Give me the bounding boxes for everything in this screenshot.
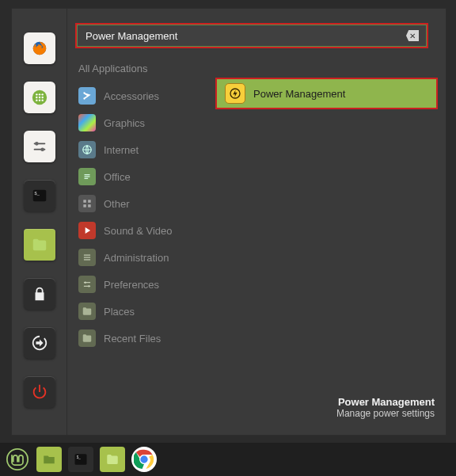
category-places[interactable]: Places — [75, 298, 206, 325]
category-preferences[interactable]: Preferences — [75, 271, 206, 298]
power-icon — [31, 383, 48, 401]
svg-rect-23 — [83, 204, 86, 208]
category-label: Places — [104, 306, 135, 318]
results-column: Power Management — [215, 58, 438, 427]
mint-logo-icon — [6, 448, 28, 470]
favorite-logout[interactable] — [24, 327, 55, 359]
apps-grid-icon — [31, 89, 48, 106]
logout-icon — [31, 334, 48, 352]
status-subtitle: Manage power settings — [336, 408, 435, 419]
category-sound-video[interactable]: Sound & Video — [75, 217, 206, 244]
svg-point-6 — [38, 97, 40, 98]
svg-rect-19 — [85, 176, 90, 177]
favorite-files[interactable] — [24, 229, 55, 261]
svg-rect-25 — [84, 255, 90, 256]
taskbar-terminal[interactable]: $_ — [68, 447, 93, 472]
category-label: Sound & Video — [104, 225, 173, 237]
category-label: Recent Files — [104, 333, 161, 345]
category-label: Internet — [104, 144, 139, 156]
category-administration[interactable]: Administration — [75, 244, 206, 271]
folder-icon — [31, 236, 48, 253]
desktop-icon — [42, 452, 56, 466]
taskbar-chrome[interactable] — [131, 447, 157, 472]
svg-rect-22 — [88, 200, 91, 203]
svg-rect-20 — [85, 178, 89, 179]
category-label: Accessories — [104, 90, 159, 102]
category-label: Administration — [104, 252, 169, 264]
results-spacer — [215, 58, 438, 75]
firefox-icon — [31, 40, 48, 57]
svg-point-4 — [41, 93, 43, 95]
terminal-icon: $_ — [74, 452, 88, 466]
preferences-icon — [78, 276, 96, 293]
favorite-software-manager[interactable] — [24, 82, 55, 113]
categories-header[interactable]: All Applications — [75, 58, 206, 82]
favorite-terminal[interactable]: $_ — [24, 180, 55, 211]
svg-rect-18 — [85, 174, 90, 175]
svg-point-9 — [38, 99, 40, 101]
grid-icon — [78, 195, 96, 212]
category-graphics[interactable]: Graphics — [75, 109, 206, 136]
globe-icon — [78, 141, 96, 158]
folder-small-icon — [78, 329, 96, 347]
taskbar-show-desktop[interactable] — [36, 447, 62, 472]
taskbar: $_ — [0, 443, 456, 476]
svg-point-31 — [88, 285, 89, 287]
taskbar-files[interactable] — [100, 447, 125, 472]
clear-search-icon[interactable]: ✕ — [406, 30, 419, 41]
svg-text:$_: $_ — [34, 191, 40, 196]
result-power-management[interactable]: Power Management — [217, 79, 436, 108]
category-internet[interactable]: Internet — [75, 136, 206, 163]
play-icon — [78, 222, 96, 239]
favorite-system-settings[interactable] — [24, 131, 55, 162]
category-office[interactable]: Office — [75, 163, 206, 190]
taskbar-mint-menu[interactable] — [5, 447, 30, 472]
svg-point-8 — [36, 99, 37, 101]
favorite-shutdown[interactable] — [24, 376, 55, 408]
sliders-icon — [31, 138, 48, 155]
terminal-icon: $_ — [31, 187, 48, 204]
power-management-icon — [225, 83, 245, 104]
palette-icon — [78, 114, 96, 131]
svg-text:$_: $_ — [77, 455, 82, 459]
svg-point-7 — [41, 97, 43, 98]
list-icon — [78, 249, 96, 266]
categories-column: All Applications Accessories Graphics In… — [75, 58, 206, 427]
category-label: Office — [104, 171, 131, 183]
result-label: Power Management — [253, 88, 345, 100]
category-label: Graphics — [104, 117, 145, 129]
menu-columns: All Applications Accessories Graphics In… — [75, 58, 438, 427]
document-icon — [78, 168, 96, 185]
chrome-icon — [134, 449, 154, 470]
svg-rect-26 — [84, 257, 90, 257]
svg-rect-24 — [88, 204, 91, 208]
category-recent-files[interactable]: Recent Files — [75, 325, 206, 352]
scissors-icon — [78, 87, 96, 105]
svg-point-3 — [38, 93, 40, 95]
status-text: Power Management Manage power settings — [336, 396, 435, 419]
svg-point-5 — [36, 97, 37, 98]
category-label: Preferences — [104, 279, 159, 291]
lock-icon — [31, 285, 48, 303]
svg-point-12 — [35, 142, 39, 146]
status-title: Power Management — [336, 396, 435, 408]
svg-point-10 — [41, 99, 43, 101]
category-other[interactable]: Other — [75, 190, 206, 217]
search-input[interactable] — [77, 25, 427, 47]
favorite-lock[interactable] — [24, 278, 55, 310]
category-accessories[interactable]: Accessories — [75, 82, 206, 109]
favorite-firefox[interactable] — [24, 32, 55, 64]
category-label: Other — [104, 198, 130, 210]
menu-main: ✕ All Applications Accessories Graphics … — [67, 9, 446, 435]
result-highlight: Power Management — [215, 78, 438, 109]
folder-icon — [105, 452, 120, 466]
favorites-column: $_ — [12, 9, 67, 435]
svg-rect-21 — [83, 200, 86, 203]
svg-rect-27 — [84, 259, 90, 260]
svg-point-29 — [85, 282, 86, 284]
svg-point-2 — [36, 93, 37, 95]
application-menu: $_ ✕ All Applications Accessories — [11, 8, 446, 436]
folder-small-icon — [78, 303, 96, 320]
svg-point-14 — [40, 147, 44, 151]
search-highlight: ✕ — [75, 23, 428, 48]
